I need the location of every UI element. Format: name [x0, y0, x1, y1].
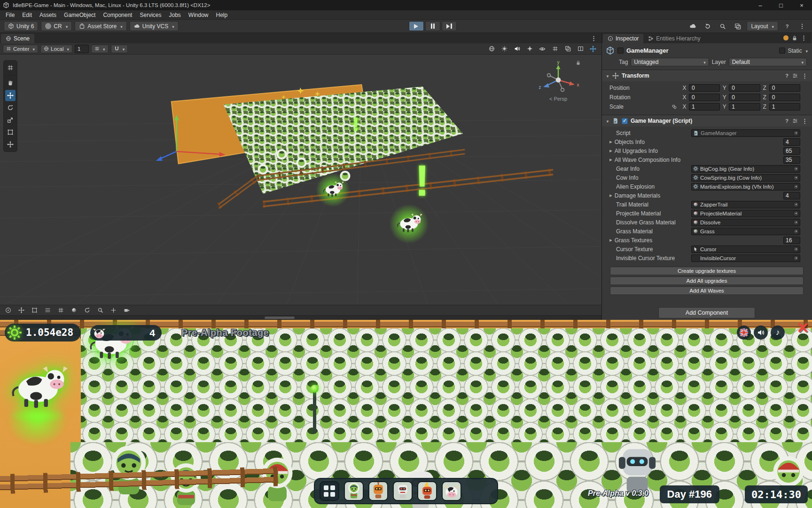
- scrollbar-handle[interactable]: [265, 317, 295, 319]
- menu-component[interactable]: Component: [99, 11, 136, 19]
- orientation-gizmo[interactable]: y x z < Persp: [535, 61, 582, 102]
- component-kebab-menu[interactable]: [802, 72, 808, 79]
- render-mode-button[interactable]: [486, 45, 497, 53]
- camera-settings-button[interactable]: [587, 45, 599, 53]
- grass-material-object-field[interactable]: Grass: [691, 228, 800, 235]
- scene-tab-kebab[interactable]: [591, 35, 601, 43]
- orbit-overlay-button[interactable]: [81, 306, 93, 315]
- presets-icon[interactable]: [792, 118, 798, 124]
- compass-tool-button[interactable]: [2, 306, 14, 315]
- axis-overlay-button[interactable]: [108, 306, 119, 315]
- unity-vcs-button[interactable]: Unity VCS: [130, 21, 179, 31]
- invisible-cursor-object-field[interactable]: InvisibleCursor: [691, 254, 800, 262]
- help-icon[interactable]: [785, 118, 789, 124]
- object-picker-icon[interactable]: [793, 184, 799, 190]
- close-button[interactable]: ×: [791, 0, 812, 10]
- rotation-x-field[interactable]: 0: [689, 94, 720, 101]
- grid-toggle[interactable]: [549, 45, 561, 53]
- object-picker-icon[interactable]: [793, 130, 799, 136]
- game-manager-header[interactable]: Game Manager (Script): [602, 115, 812, 127]
- lock-icon[interactable]: [576, 60, 581, 65]
- projection-label[interactable]: < Persp: [535, 96, 582, 102]
- scale-z-field[interactable]: 1: [769, 103, 800, 111]
- scale-y-field[interactable]: 1: [729, 103, 760, 111]
- scene-horizontal-scrollbar[interactable]: [0, 315, 601, 320]
- effects-toggle[interactable]: [524, 45, 535, 53]
- foldout-label[interactable]: Damage Materials: [609, 192, 689, 199]
- grass-textures-size-field[interactable]: 16: [783, 237, 800, 244]
- rotation-z-field[interactable]: 0: [769, 94, 800, 101]
- move-overlay-button[interactable]: [16, 306, 27, 315]
- alien-tab-button[interactable]: [344, 481, 364, 501]
- asset-store-button[interactable]: Asset Store: [75, 21, 127, 31]
- menu-assets[interactable]: Assets: [36, 11, 60, 19]
- grid-size-field[interactable]: 1: [75, 45, 89, 53]
- minimize-button[interactable]: –: [750, 0, 771, 10]
- menu-file[interactable]: File: [2, 11, 18, 19]
- static-toggle[interactable]: Static: [779, 48, 808, 54]
- wave-composition-size-field[interactable]: 35: [783, 156, 800, 164]
- component-kebab-menu[interactable]: [802, 118, 808, 125]
- tag-dropdown[interactable]: Untagged: [631, 58, 709, 66]
- grid-visibility-dropdown[interactable]: [91, 45, 109, 53]
- maximize-button[interactable]: □: [771, 0, 791, 10]
- scale-x-field[interactable]: 1: [689, 103, 720, 111]
- foldout-label[interactable]: Objects Info: [609, 139, 689, 145]
- tool-handle-rotation-dropdown[interactable]: Local: [40, 45, 72, 53]
- projectile-material-object-field[interactable]: ProjectileMaterial: [691, 210, 800, 217]
- script-object-field[interactable]: GameManager: [691, 129, 800, 137]
- menu-edit[interactable]: Edit: [18, 11, 36, 19]
- robot-orange-tab-button[interactable]: [368, 481, 388, 501]
- alien-explosion-object-field[interactable]: MartianExplosion.big (Vfx Info): [691, 183, 800, 190]
- foldout-label[interactable]: Grass Textures: [609, 237, 689, 244]
- foldout-label[interactable]: All Wave Composition Info: [609, 157, 689, 163]
- object-picker-icon[interactable]: [793, 175, 799, 181]
- rotate-tool[interactable]: [5, 102, 16, 113]
- cow-info-object-field[interactable]: CowSpring.big (Cow Info): [691, 174, 800, 182]
- toolbar-kebab-menu[interactable]: [796, 21, 808, 31]
- undo-history-button[interactable]: [702, 21, 714, 31]
- object-picker-icon[interactable]: [793, 211, 799, 216]
- account-button[interactable]: CR: [41, 21, 72, 31]
- object-picker-icon[interactable]: [793, 246, 799, 252]
- sphere-overlay-button[interactable]: [68, 306, 80, 315]
- objects-info-size-field[interactable]: 4: [783, 138, 800, 146]
- object-picker-icon[interactable]: [793, 166, 799, 172]
- link-icon[interactable]: [671, 104, 677, 110]
- view-options-tool[interactable]: [5, 62, 16, 73]
- lighting-toggle[interactable]: [499, 45, 510, 53]
- position-x-field[interactable]: 0: [689, 84, 720, 92]
- pause-button[interactable]: [425, 21, 440, 31]
- tab-entities-hierarchy[interactable]: Entities Hierarchy: [643, 34, 705, 43]
- foldout-label[interactable]: All Upgrades Info: [609, 148, 689, 154]
- all-upgrades-size-field[interactable]: 65: [783, 147, 800, 155]
- list-overlay-button[interactable]: [42, 306, 54, 315]
- grid-overlay-button[interactable]: [55, 306, 67, 315]
- rect-overlay-button[interactable]: [29, 306, 40, 315]
- robot-fire-tab-button[interactable]: [417, 481, 437, 501]
- layers-toggle[interactable]: [562, 45, 573, 53]
- tab-inspector[interactable]: Inspector: [603, 34, 643, 43]
- gameobject-name[interactable]: GameManager: [626, 47, 776, 54]
- inspector-kebab-menu[interactable]: [801, 34, 807, 41]
- damage-materials-size-field[interactable]: 4: [783, 192, 800, 199]
- robot-white-tab-button[interactable]: [393, 481, 413, 501]
- tool-handle-pivot-dropdown[interactable]: Center: [3, 45, 38, 53]
- trail-material-object-field[interactable]: ZapperTrail: [691, 201, 800, 208]
- move-tool[interactable]: [5, 90, 16, 101]
- add-all-upgrades-button[interactable]: Add All upgrades: [610, 277, 804, 285]
- foldout-icon[interactable]: [606, 118, 609, 124]
- play-button[interactable]: [409, 21, 424, 31]
- foldout-icon[interactable]: [606, 72, 609, 79]
- game-view[interactable]: 1.054e28 4 Pre-Alpha Footage ♪ ×: [0, 320, 812, 508]
- object-picker-icon[interactable]: [793, 202, 799, 207]
- audio-toggle[interactable]: [511, 45, 523, 53]
- split-view-button[interactable]: [575, 45, 586, 53]
- tab-scene[interactable]: Scene: [1, 34, 34, 43]
- layer-dropdown[interactable]: Default: [729, 58, 807, 66]
- menu-button[interactable]: [320, 481, 339, 501]
- menu-window[interactable]: Window: [185, 11, 212, 19]
- object-picker-icon[interactable]: [793, 229, 799, 234]
- rect-tool[interactable]: [5, 127, 16, 138]
- add-all-waves-button[interactable]: Add All Waves: [610, 286, 804, 295]
